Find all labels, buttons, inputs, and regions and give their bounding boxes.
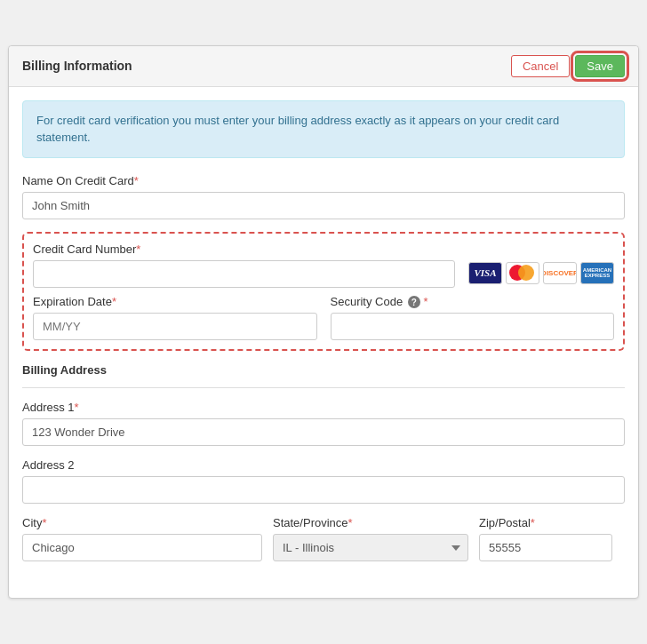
billing-address-label: Billing Address: [22, 363, 625, 377]
address1-input[interactable]: [22, 418, 625, 446]
city-input[interactable]: [22, 534, 262, 561]
state-field-group: State/Province* IL - Illinois: [273, 516, 468, 561]
name-input[interactable]: [22, 192, 625, 219]
zip-input[interactable]: [479, 534, 612, 561]
address2-input[interactable]: [22, 476, 625, 504]
cc-number-label: Credit Card Number*: [33, 242, 455, 256]
security-input[interactable]: [331, 313, 615, 340]
zip-field-group: Zip/Postal*: [479, 516, 612, 561]
cc-dashed-section: Credit Card Number* VISA DISCOVER: [22, 232, 625, 352]
expiration-field-group: Expiration Date*: [33, 295, 317, 341]
address2-field-group: Address 2: [22, 458, 625, 504]
card-icons: VISA DISCOVER AMERICANEXPRESS: [468, 262, 614, 284]
city-state-zip-row: City* State/Province* IL - Illinois Zip/…: [22, 516, 625, 574]
amex-icon: AMERICANEXPRESS: [580, 262, 614, 284]
name-field-group: Name On Credit Card*: [22, 174, 625, 219]
address1-field-group: Address 1*: [22, 401, 625, 446]
security-help-icon[interactable]: ?: [408, 296, 420, 308]
cc-number-field-group: Credit Card Number* VISA DISCOVER: [33, 242, 614, 288]
exp-security-row: Expiration Date* Security Code ? *: [33, 295, 614, 341]
header-buttons: Cancel Save: [511, 55, 625, 77]
panel-title: Billing Information: [22, 59, 132, 73]
mastercard-icon: [506, 262, 539, 284]
address1-label: Address 1*: [22, 401, 625, 414]
cancel-button[interactable]: Cancel: [511, 55, 570, 77]
city-field-group: City*: [22, 516, 262, 561]
section-divider: [22, 387, 625, 388]
cc-number-input[interactable]: [33, 260, 455, 288]
panel-header: Billing Information Cancel Save: [9, 46, 638, 87]
city-label: City*: [22, 516, 262, 529]
discover-icon: DISCOVER: [543, 262, 577, 284]
expiration-label: Expiration Date*: [33, 295, 317, 308]
security-label: Security Code ? *: [331, 295, 615, 309]
expiration-input[interactable]: [33, 313, 317, 340]
zip-label: Zip/Postal*: [479, 516, 612, 529]
address2-label: Address 2: [22, 458, 625, 472]
info-message: For credit card verification you must en…: [22, 100, 625, 158]
visa-icon: VISA: [468, 262, 502, 284]
save-button[interactable]: Save: [575, 55, 625, 77]
billing-panel: Billing Information Cancel Save For cred…: [8, 45, 639, 600]
state-select[interactable]: IL - Illinois: [273, 534, 468, 561]
billing-address-section: Billing Address Address 1* Address 2 Cit…: [22, 363, 625, 574]
name-label: Name On Credit Card*: [22, 174, 625, 187]
state-label: State/Province*: [273, 516, 468, 529]
panel-body: For credit card verification you must en…: [9, 87, 638, 599]
security-field-group: Security Code ? *: [331, 295, 615, 341]
